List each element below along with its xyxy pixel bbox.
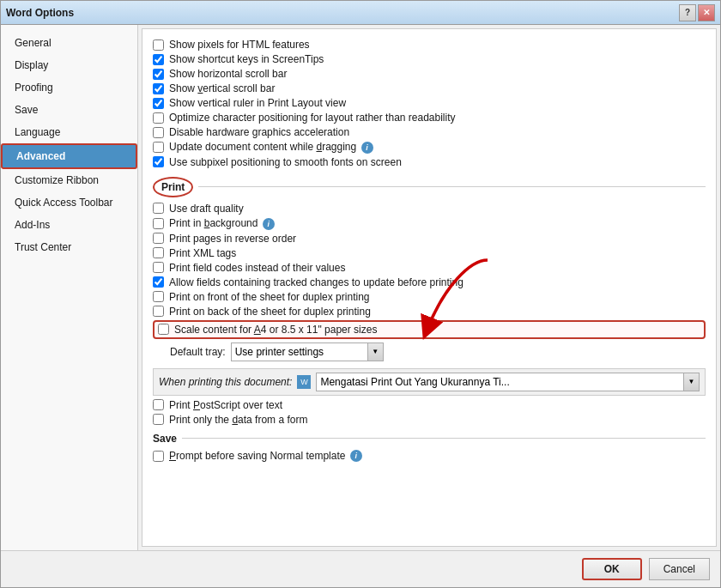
main-area: Show pixels for HTML features Show short… (138, 25, 720, 550)
disable-hardware-label[interactable]: Disable hardware graphics acceleration (169, 126, 349, 138)
print-field-codes-checkbox[interactable] (153, 262, 164, 273)
print-background-checkbox[interactable] (153, 218, 164, 229)
dialog-buttons: OK Cancel (1, 550, 720, 587)
scale-content-label[interactable]: Scale content for A4 or 8.5 x 11" paper … (174, 324, 377, 336)
print-form-data-label[interactable]: Print only the data from a form (169, 414, 307, 426)
allow-fields-label[interactable]: Allow fields containing tracked changes … (169, 276, 464, 288)
save-section-line (182, 438, 706, 439)
dialog-title: Word Options (6, 7, 74, 19)
when-printing-row: When printing this document: W Mengatasi… (153, 368, 706, 396)
sidebar-item-customize-ribbon[interactable]: Customize Ribbon (1, 169, 137, 191)
print-postscript-checkbox[interactable] (153, 399, 164, 410)
checkbox-print-field-codes: Print field codes instead of their value… (153, 262, 706, 274)
show-pixels-checkbox[interactable] (153, 39, 164, 51)
allow-fields-checkbox[interactable] (153, 276, 164, 288)
print-xml-label[interactable]: Print XML tags (169, 247, 236, 259)
sidebar-item-advanced[interactable]: Advanced (1, 143, 137, 169)
help-button[interactable]: ? (679, 4, 696, 21)
title-bar-buttons: ? ✕ (679, 4, 715, 21)
checkbox-print-postscript: Print PostScript over text (153, 399, 706, 411)
info-icon-prompt: i (350, 450, 362, 462)
checkbox-prompt-normal: Prompt before saving Normal template i (153, 450, 706, 463)
checkbox-disable-hardware: Disable hardware graphics acceleration (153, 126, 706, 138)
save-section-title: Save (153, 433, 182, 445)
print-front-checkbox[interactable] (153, 291, 164, 302)
scale-content-checkbox[interactable] (158, 324, 169, 335)
checkbox-print-xml: Print XML tags (153, 247, 706, 259)
checkbox-show-vert-scroll: Show vertical scroll bar (153, 82, 706, 94)
update-content-label[interactable]: Update document content while dragging i (169, 141, 373, 154)
title-bar: Word Options ? ✕ (1, 1, 720, 25)
info-icon-background: i (263, 218, 275, 230)
print-section-header: Print (153, 177, 706, 197)
checkbox-subpixel: Use subpixel positioning to smooth fonts… (153, 156, 706, 168)
print-front-label[interactable]: Print on front of the sheet for duplex p… (169, 291, 369, 303)
checkbox-optimize-char: Optimize character positioning for layou… (153, 112, 706, 124)
sidebar-item-proofing[interactable]: Proofing (1, 76, 137, 99)
scrollable-content[interactable]: Show pixels for HTML features Show short… (142, 28, 717, 547)
print-back-label[interactable]: Print on back of the sheet for duplex pr… (169, 306, 371, 318)
checkbox-print-back: Print on back of the sheet for duplex pr… (153, 306, 706, 318)
sidebar-item-trust-center[interactable]: Trust Center (1, 236, 137, 258)
scale-content-container: Scale content for A4 or 8.5 x 11" paper … (153, 320, 706, 339)
print-back-checkbox[interactable] (153, 306, 164, 317)
checkbox-scale-content: Scale content for A4 or 8.5 x 11" paper … (153, 320, 706, 339)
optimize-char-checkbox[interactable] (153, 112, 164, 124)
sidebar-item-quick-access[interactable]: Quick Access Toolbar (1, 191, 137, 214)
checkbox-show-vert-ruler: Show vertical ruler in Print Layout view (153, 97, 706, 109)
default-tray-dropdown-container: Use printer settings ▼ (231, 342, 384, 361)
doc-dropdown-select[interactable]: Mengatasi Print Out Yang Ukurannya Ti... (316, 373, 684, 391)
sidebar-item-general[interactable]: General (1, 32, 137, 54)
print-form-data-checkbox[interactable] (153, 414, 164, 425)
disable-hardware-checkbox[interactable] (153, 127, 164, 138)
doc-dropdown-btn[interactable]: ▼ (684, 373, 700, 391)
default-tray-select[interactable]: Use printer settings (231, 342, 368, 361)
sidebar-item-display[interactable]: Display (1, 54, 137, 76)
print-reverse-checkbox[interactable] (153, 233, 164, 244)
show-vert-scroll-checkbox[interactable] (153, 83, 164, 94)
print-xml-checkbox[interactable] (153, 247, 164, 258)
show-pixels-label[interactable]: Show pixels for HTML features (169, 39, 310, 51)
default-tray-label: Default tray: (170, 346, 226, 358)
show-horiz-scroll-checkbox[interactable] (153, 69, 164, 80)
ok-button[interactable]: OK (582, 558, 642, 580)
show-vert-ruler-checkbox[interactable] (153, 98, 164, 109)
show-vert-scroll-label[interactable]: Show vertical scroll bar (169, 82, 275, 94)
checkbox-print-front: Print on front of the sheet for duplex p… (153, 291, 706, 303)
show-vert-ruler-label[interactable]: Show vertical ruler in Print Layout view (169, 97, 346, 109)
checkbox-print-form-data: Print only the data from a form (153, 414, 706, 426)
draft-quality-label[interactable]: Use draft quality (169, 203, 244, 215)
section-line (198, 186, 706, 187)
show-horiz-scroll-label[interactable]: Show horizontal scroll bar (169, 68, 287, 80)
doc-dropdown-container: Mengatasi Print Out Yang Ukurannya Ti...… (316, 373, 700, 391)
show-shortcut-label[interactable]: Show shortcut keys in ScreenTips (169, 53, 324, 65)
dialog-content: General Display Proofing Save Language A… (1, 25, 720, 550)
when-printing-label: When printing this document: (159, 376, 292, 388)
sidebar-item-save[interactable]: Save (1, 99, 137, 121)
cancel-button[interactable]: Cancel (649, 558, 710, 580)
sidebar-item-language[interactable]: Language (1, 121, 137, 143)
print-postscript-label[interactable]: Print PostScript over text (169, 399, 282, 411)
subpixel-label[interactable]: Use subpixel positioning to smooth fonts… (169, 156, 402, 168)
checkbox-show-shortcut: Show shortcut keys in ScreenTips (153, 53, 706, 65)
close-button[interactable]: ✕ (698, 4, 715, 21)
subpixel-checkbox[interactable] (153, 156, 164, 167)
prompt-normal-label[interactable]: Prompt before saving Normal template i (169, 450, 362, 463)
print-reverse-label[interactable]: Print pages in reverse order (169, 233, 296, 245)
info-icon-update: i (361, 142, 373, 154)
draft-quality-checkbox[interactable] (153, 203, 164, 214)
checkbox-draft-quality: Use draft quality (153, 203, 706, 215)
prompt-normal-checkbox[interactable] (153, 451, 164, 462)
default-tray-row: Default tray: Use printer settings ▼ (170, 342, 706, 361)
checkbox-update-content: Update document content while dragging i (153, 141, 706, 154)
checkbox-print-background: Print in background i (153, 217, 706, 230)
save-section-header: Save (153, 433, 706, 445)
sidebar-item-add-ins[interactable]: Add-Ins (1, 214, 137, 236)
default-tray-dropdown-btn[interactable]: ▼ (368, 342, 384, 361)
optimize-char-label[interactable]: Optimize character positioning for layou… (169, 112, 456, 124)
print-background-label[interactable]: Print in background i (169, 217, 275, 230)
show-shortcut-checkbox[interactable] (153, 54, 164, 65)
checkbox-print-reverse: Print pages in reverse order (153, 233, 706, 245)
print-field-codes-label[interactable]: Print field codes instead of their value… (169, 262, 345, 274)
update-content-checkbox[interactable] (153, 142, 164, 153)
